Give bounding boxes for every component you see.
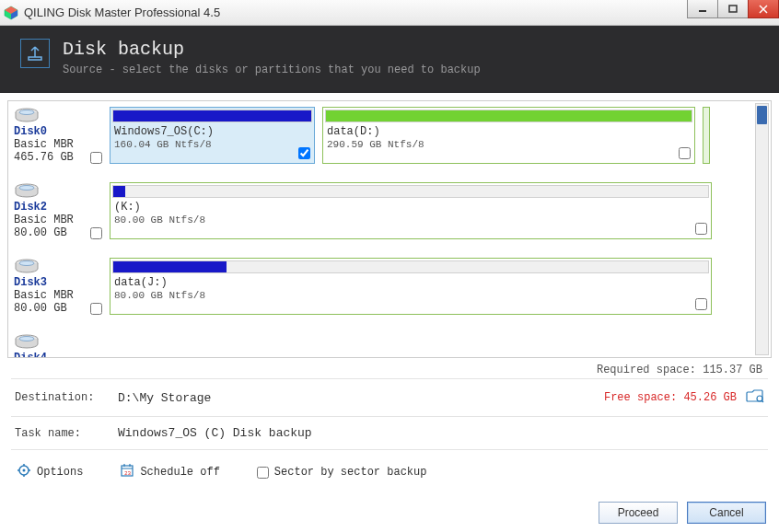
partition-checkbox[interactable] — [695, 223, 707, 235]
partition-label: data(J:) — [110, 275, 711, 290]
page-title: Disk backup — [63, 39, 481, 60]
disk-size: 80.00 GB — [14, 226, 67, 239]
disk-row: Disk3Basic MBR80.00 GBdata(J:)80.00 GB N… — [14, 258, 752, 315]
svg-point-15 — [19, 337, 34, 341]
partition-usage-bar — [112, 110, 312, 122]
partition[interactable]: data(D:)290.59 GB Ntfs/8 — [322, 107, 695, 164]
disk-row: Disk2Basic MBR80.00 GB(K:)80.00 GB Ntfs/… — [14, 182, 752, 239]
svg-text:23: 23 — [124, 470, 132, 477]
svg-rect-7 — [29, 57, 41, 60]
free-space: Free space: 45.26 GB — [604, 391, 737, 404]
partition-checkbox[interactable] — [298, 147, 310, 159]
svg-rect-4 — [729, 6, 737, 12]
partition-detail: 290.59 GB Ntfs/8 — [323, 139, 694, 152]
disk-checkbox[interactable] — [90, 227, 102, 239]
scrollbar[interactable] — [755, 103, 769, 355]
disk-type: Basic MBR — [14, 138, 102, 151]
backup-icon — [20, 39, 50, 68]
disk-name: Disk3 — [14, 276, 102, 289]
titlebar: QILING Disk Master Professional 4.5 — [0, 0, 779, 26]
partition-label: (K:) — [110, 200, 711, 214]
minimize-button[interactable] — [687, 0, 718, 18]
task-name-value[interactable]: Windows7_OS (C) Disk backup — [118, 426, 764, 440]
partition-detail: 80.00 GB Ntfs/8 — [110, 290, 711, 303]
close-button[interactable] — [748, 0, 779, 18]
partition-usage-bar — [112, 185, 709, 198]
disk-type: Basic MBR — [14, 289, 102, 302]
schedule-link[interactable]: 23 Schedule off — [120, 463, 219, 481]
task-name-label: Task name: — [15, 427, 118, 440]
disk-row: Disk0Basic MBR465.76 GBWindows7_OS(C:)16… — [14, 107, 752, 164]
partition-label: data(D:) — [323, 124, 694, 139]
sector-checkbox-input[interactable] — [257, 467, 269, 479]
destination-label: Destination: — [15, 391, 118, 404]
options-row: Options 23 Schedule off Sector by sector… — [7, 450, 772, 494]
partition-checkbox[interactable] — [695, 298, 707, 310]
partition-label: Windows7_OS(C:) — [110, 124, 314, 139]
disk-size: 465.76 GB — [14, 151, 74, 164]
disk-icon — [14, 107, 40, 123]
partition-detail: 160.04 GB Ntfs/8 — [110, 139, 314, 152]
app-icon — [4, 6, 18, 20]
proceed-button[interactable]: Proceed — [599, 502, 678, 524]
disk-type: Basic MBR — [14, 214, 102, 226]
disk-icon — [14, 333, 40, 350]
browse-icon[interactable] — [746, 388, 764, 407]
required-space: Required space: 115.37 GB — [7, 358, 772, 378]
gear-icon — [17, 463, 31, 481]
partition[interactable]: (K:)80.00 GB Ntfs/8 — [110, 182, 712, 239]
maximize-button[interactable] — [717, 0, 749, 18]
partition-stub[interactable] — [703, 107, 710, 164]
options-link[interactable]: Options — [17, 463, 83, 481]
cancel-button[interactable]: Cancel — [687, 502, 766, 524]
partition[interactable]: data(J:)80.00 GB Ntfs/8 — [110, 258, 712, 315]
svg-point-11 — [19, 186, 34, 191]
disk-icon — [14, 182, 40, 199]
svg-point-13 — [19, 261, 34, 266]
disk-header: Disk2Basic MBR80.00 GB — [14, 182, 102, 239]
disk-header: Disk0Basic MBR465.76 GB — [14, 107, 102, 164]
disk-header: Disk4 — [14, 333, 102, 358]
disk-icon — [14, 258, 40, 274]
disk-list: Disk0Basic MBR465.76 GBWindows7_OS(C:)16… — [7, 100, 772, 358]
destination-row: Destination: D:\My Storage Free space: 4… — [7, 379, 772, 416]
sector-by-sector-checkbox[interactable]: Sector by sector backup — [257, 466, 427, 479]
window-title: QILING Disk Master Professional 4.5 — [24, 6, 220, 19]
page-subtitle: Source - select the disks or partitions … — [63, 64, 481, 76]
disk-checkbox[interactable] — [90, 152, 102, 164]
disk-checkbox[interactable] — [90, 303, 102, 315]
disk-row: Disk4 — [14, 333, 752, 358]
disk-name: Disk0 — [14, 125, 102, 138]
destination-value[interactable]: D:\My Storage — [118, 391, 604, 405]
task-name-row: Task name: Windows7_OS (C) Disk backup — [7, 417, 772, 449]
page-header: Disk backup Source - select the disks or… — [0, 26, 779, 93]
disk-name: Disk4 — [14, 352, 102, 358]
disk-size: 80.00 GB — [14, 302, 67, 315]
partition[interactable]: Windows7_OS(C:)160.04 GB Ntfs/8 — [110, 107, 315, 164]
partition-detail: 80.00 GB Ntfs/8 — [110, 214, 711, 227]
partition-checkbox[interactable] — [679, 147, 691, 159]
disk-header: Disk3Basic MBR80.00 GB — [14, 258, 102, 315]
svg-point-9 — [19, 110, 34, 115]
partition-usage-bar — [325, 110, 692, 122]
svg-point-19 — [23, 469, 26, 472]
disk-name: Disk2 — [14, 201, 102, 214]
partition-usage-bar — [112, 260, 709, 273]
calendar-icon: 23 — [120, 463, 134, 481]
svg-line-17 — [762, 400, 763, 402]
